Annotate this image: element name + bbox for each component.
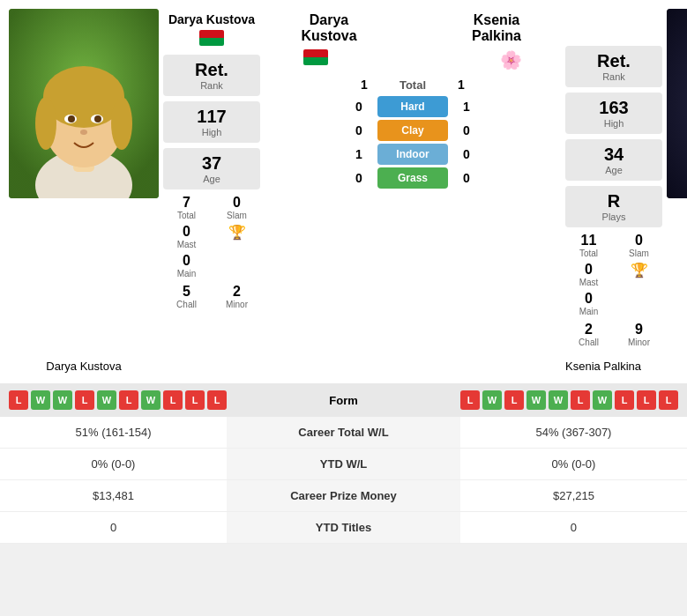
right-high-box: 163 High [565, 93, 662, 134]
left-slam-cell: 0 Slam [213, 195, 260, 220]
left-age-value: 37 [168, 153, 255, 174]
stats-label-3: YTD Titles [227, 512, 460, 544]
right-stats-grid: 11 Total 0 Slam 0 Mast 🏆 0 Main [565, 233, 662, 316]
left-total-value: 7 [163, 195, 210, 211]
left-name-bottom: Darya Kustova [9, 360, 159, 373]
form-left-badges: LWWLWLWLLL [9, 390, 309, 410]
form-label: Form [309, 394, 379, 407]
form-left-badge-2: W [53, 390, 72, 410]
left-main-label: Main [163, 269, 210, 278]
right-trophy: 🏆 [616, 262, 662, 287]
right-high-label: High [571, 118, 657, 129]
stats-left-2: $13,481 [0, 480, 227, 512]
left-main-cell: 0 Main [163, 253, 210, 278]
svg-point-11 [94, 115, 101, 122]
surface-badge-indoor: Indoor [377, 144, 448, 165]
right-player-face [667, 9, 687, 198]
right-mast-value: 0 [565, 262, 612, 278]
form-right-badge-9: L [659, 390, 678, 410]
right-rank-label: Rank [571, 71, 657, 82]
form-right-badge-6: W [593, 390, 612, 410]
form-left-badge-0: L [9, 390, 28, 410]
left-slam-label: Slam [213, 211, 260, 220]
form-right-badge-5: L [571, 390, 590, 410]
right-high-value: 163 [571, 98, 657, 118]
name-row-bottom: Darya Kustova Ksenia Palkina [0, 356, 687, 378]
form-left-badge-8: L [185, 390, 205, 410]
stats-left-3: 0 [0, 512, 227, 544]
stats-right-3: 0 [460, 512, 687, 544]
left-total-label: Total [163, 211, 210, 220]
left-minor-label: Minor [213, 300, 260, 309]
stats-row-2: $13,481Career Prize Money$27,215 [0, 480, 687, 512]
form-left-badge-9: L [207, 390, 227, 410]
stats-tbody: 51% (161-154)Career Total W/L54% (367-30… [0, 417, 687, 544]
surface-badge-clay: Clay [377, 120, 448, 141]
right-age-box: 34 Age [565, 139, 662, 181]
form-right-badge-4: W [549, 390, 568, 410]
stats-label-1: YTD W/L [227, 449, 460, 480]
surface-right-score-clay: 0 [453, 123, 480, 137]
right-chall-value: 2 [565, 322, 612, 338]
right-player-stats: Ret. Rank 163 High 34 Age R Plays 11 [561, 9, 667, 347]
stats-left-0: 51% (161-154) [0, 417, 227, 449]
surface-right-score-hard: 1 [453, 100, 480, 114]
svg-point-10 [68, 115, 75, 122]
form-right-badges: LWLWWLWLLL [379, 390, 679, 410]
right-rank-value: Ret. [571, 51, 657, 71]
right-total-cell: 11 Total [565, 233, 612, 258]
left-player-stats: Darya Kustova Ret. Rank 117 High 37 Age [159, 9, 265, 347]
right-chall-cell: 2 Chall [565, 322, 612, 347]
total-right-score: 1 [448, 78, 474, 92]
right-minor-label: Minor [616, 338, 662, 347]
right-age-label: Age [571, 165, 657, 175]
form-left-badge-4: W [97, 390, 116, 410]
center-right-flag: 🌸 [500, 49, 522, 71]
form-left-badge-6: W [141, 390, 161, 410]
total-label: Total [377, 78, 448, 92]
center-section: Darya Kustova Ksenia Palkina 🌸 1 Total 1 [265, 9, 561, 347]
left-total-cell: 7 Total [163, 195, 210, 220]
left-rank-box: Ret. Rank [163, 55, 260, 96]
left-age-label: Age [168, 174, 255, 184]
stats-left-1: 0% (0-0) [0, 449, 227, 480]
right-minor-cell: 9 Minor [616, 322, 662, 347]
surface-left-score-hard: 0 [346, 100, 372, 114]
left-minor-value: 2 [213, 284, 260, 300]
right-chall-label: Chall [565, 338, 612, 347]
left-flag [199, 30, 224, 49]
top-section: Darya Kustova Ret. Rank 117 High 37 Age [0, 0, 687, 356]
surface-rows: 0Hard10Clay01Indoor00Grass0 [346, 93, 480, 191]
form-right-badge-7: L [615, 390, 634, 410]
left-minor-cell: 2 Minor [213, 284, 260, 309]
stats-row-3: 0YTD Titles0 [0, 512, 687, 544]
center-left-name-last: Kustova [272, 28, 386, 44]
stats-label-2: Career Prize Money [227, 480, 460, 512]
form-left-badge-3: L [75, 390, 94, 410]
right-player-photo [667, 9, 687, 198]
surface-row-hard: 0Hard1 [346, 96, 480, 117]
career-stats-table: 51% (161-154)Career Total W/L54% (367-30… [0, 417, 687, 544]
form-right-badge-0: L [460, 390, 480, 410]
surface-row-indoor: 1Indoor0 [346, 144, 480, 165]
left-mast-cell: 0 Mast [163, 224, 210, 249]
left-age-box: 37 Age [163, 148, 260, 189]
left-stats-grid: 7 Total 0 Slam 0 Mast 🏆 0 Main [163, 195, 260, 278]
form-section: LWWLWLWLLL Form LWLWWLWLLL [0, 383, 687, 417]
left-chall-cell: 5 Chall [163, 284, 210, 309]
right-trophy-icon: 🏆 [631, 263, 648, 278]
right-stats-grid2: 2 Chall 9 Minor [565, 322, 662, 347]
right-mast-label: Mast [565, 278, 612, 287]
right-plays-label: Plays [571, 212, 657, 222]
form-left-badge-5: L [119, 390, 138, 410]
form-left-badge-7: L [163, 390, 183, 410]
right-main-value: 0 [565, 291, 612, 307]
left-trophy-icon: 🏆 [228, 225, 246, 240]
center-right-name-last: Palkina [439, 28, 554, 44]
surface-badge-grass: Grass [377, 167, 448, 189]
stats-row-0: 51% (161-154)Career Total W/L54% (367-30… [0, 417, 687, 449]
right-main-label: Main [565, 307, 612, 316]
center-left-name-first: Darya [272, 12, 386, 28]
stats-right-0: 54% (367-307) [460, 417, 687, 449]
right-age-value: 34 [571, 145, 657, 165]
